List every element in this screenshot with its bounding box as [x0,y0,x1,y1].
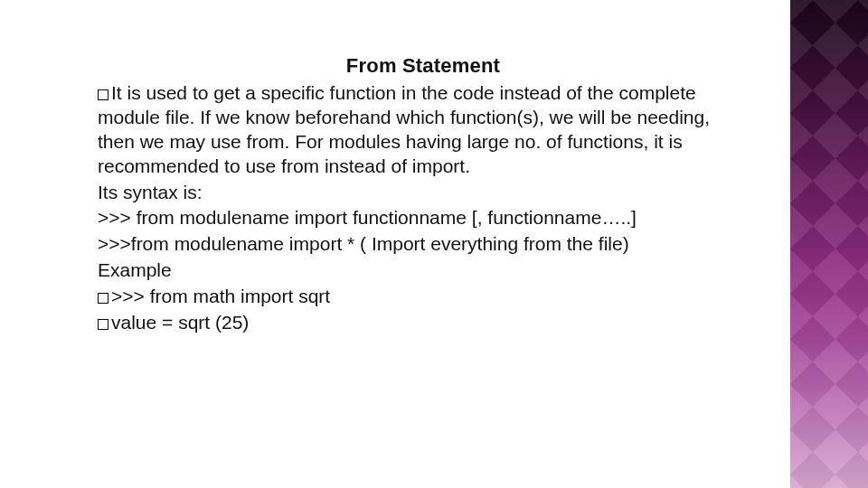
slide-content: From Statement It is used to get a speci… [98,54,749,337]
body-paragraph-1-text: It is used to get a specific function in… [98,82,710,176]
syntax-label: Its syntax is: [98,181,749,205]
syntax-line-2: >>>from modulename import * ( Import eve… [98,232,749,257]
bullet-box-icon [98,293,108,304]
example-label: Example [98,258,749,283]
example-line-1-text: >>> from math import sqrt [111,286,330,306]
bullet-box-icon [98,319,108,330]
body-paragraph-1: It is used to get a specific function in… [98,81,749,179]
syntax-line-1: >>> from modulename import functionname … [98,206,749,230]
decorative-band [790,0,868,488]
example-line-1: >>> from math import sqrt [98,285,749,309]
example-line-2: value = sqrt (25) [98,311,749,335]
slide-title: From Statement [98,54,749,78]
slide: From Statement It is used to get a speci… [0,0,868,488]
bullet-box-icon [98,89,108,100]
example-line-2-text: value = sqrt (25) [111,312,249,333]
